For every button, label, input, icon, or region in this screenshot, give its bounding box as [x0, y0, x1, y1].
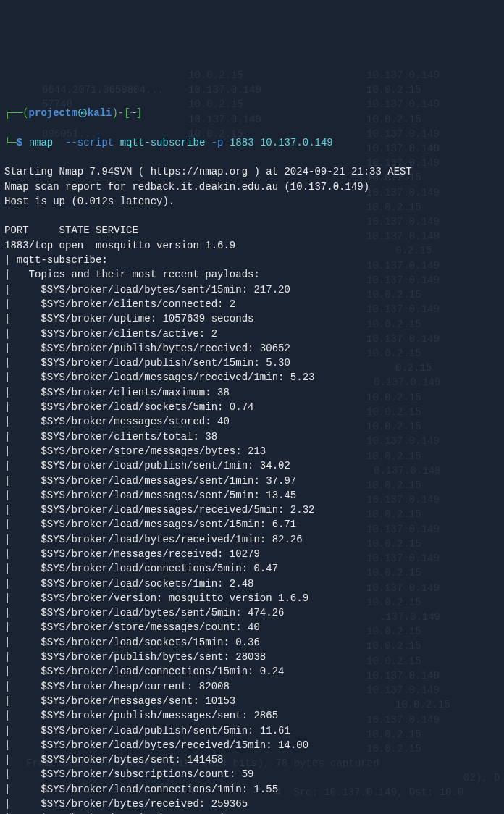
prompt-close-bracket: ] — [136, 107, 142, 119]
cmd-target: 10.137.0.149 — [260, 137, 333, 148]
topic-row: | $SYS/broker/load/messages/received/5mi… — [4, 503, 500, 517]
prompt-user: projectm — [29, 107, 77, 119]
topic-row: | $SYS/broker/load/bytes/sent/5min: 474.… — [4, 605, 500, 620]
topic-row: | $SYS/broker/store/messages/bytes: 213 — [4, 444, 500, 458]
topic-row: | $SYS/broker/subscriptions/count: 59 — [4, 767, 500, 781]
topic-row: | $SYS/broker/load/bytes/received/1min: … — [4, 532, 500, 547]
topic-rows: | $SYS/broker/load/bytes/sent/15min: 217… — [4, 282, 500, 814]
cmd-port: 1883 — [230, 137, 254, 148]
topic-row: | $SYS/broker/load/messages/sent/15min: … — [4, 517, 500, 532]
topic-row: | $SYS/broker/uptime: 1057639 seconds — [4, 311, 500, 326]
topic-row: | $SYS/broker/load/sockets/5min: 0.74 — [4, 400, 500, 414]
topic-row: | $SYS/broker/load/bytes/sent/15min: 217… — [4, 282, 500, 297]
cmd-opt-p: -p — [211, 137, 224, 148]
topic-row: | $SYS/broker/load/connections/15min: 0.… — [4, 664, 500, 679]
topic-row: | $SYS/broker/load/sockets/15min: 0.36 — [4, 635, 500, 650]
topic-row: | $SYS/broker/bytes/received: 259365 — [4, 797, 500, 811]
topic-row: | $SYS/broker/publish/bytes/sent: 28038 — [4, 650, 500, 664]
topic-row: | $SYS/broker/retained messages/count: 4… — [4, 811, 500, 814]
blank — [4, 210, 10, 222]
topic-row: | $SYS/broker/load/sockets/1min: 2.48 — [4, 576, 500, 591]
command-line[interactable]: └─$ nmap --script mqtt-subscribe -p 1883… — [4, 135, 500, 150]
prompt-line-1: ┌──(projectm㉿kali)-[~] — [4, 106, 500, 120]
topic-row: | $SYS/broker/clients/maximum: 38 — [4, 385, 500, 400]
out-start: Starting Nmap 7.94SVN ( https://nmap.org… — [4, 166, 412, 177]
topic-row: | $SYS/broker/load/publish/sent/5min: 11… — [4, 723, 500, 738]
topic-row: | $SYS/broker/publish/bytes/received: 30… — [4, 341, 500, 356]
topic-row: | $SYS/broker/bytes/sent: 141458 — [4, 752, 500, 767]
topic-row: | $SYS/broker/clients/active: 2 — [4, 327, 500, 341]
topic-row: | $SYS/broker/messages/stored: 40 — [4, 414, 500, 429]
topic-row: | $SYS/broker/load/messages/received/1mi… — [4, 370, 500, 385]
prompt-close-paren: )-[ — [112, 107, 130, 119]
topic-row: | $SYS/broker/store/messages/count: 40 — [4, 620, 500, 634]
out-report: Nmap scan report for redback.it.deakin.e… — [4, 181, 369, 193]
topic-row: | $SYS/broker/load/publish/sent/1min: 34… — [4, 458, 500, 473]
topic-row: | $SYS/broker/load/messages/sent/1min: 3… — [4, 474, 500, 488]
terminal[interactable]: ┌──(projectm㉿kali)-[~] └─$ nmap --script… — [4, 91, 500, 814]
topic-row: | $SYS/broker/heap/current: 82008 — [4, 679, 500, 694]
topic-row: | $SYS/broker/clients/connected: 2 — [4, 297, 500, 311]
topic-row: | $SYS/broker/load/publish/sent/15min: 5… — [4, 356, 500, 370]
out-scripthdr: | mqtt-subscribe: — [4, 254, 108, 266]
cmd-bin: nmap — [29, 137, 54, 148]
out-topichdr: | Topics and their most recent payloads: — [4, 269, 260, 280]
topic-row: | $SYS/broker/clients/total: 38 — [4, 429, 500, 444]
topic-row: | $SYS/broker/load/connections/1min: 1.5… — [4, 782, 500, 797]
topic-row: | $SYS/broker/version: mosquitto version… — [4, 591, 500, 605]
out-hdr: PORT STATE SERVICE — [4, 225, 138, 236]
cmd-opt-script: --script — [65, 137, 114, 148]
cmd-script: mqtt-subscribe — [120, 137, 206, 148]
topic-row: | $SYS/broker/publish/messages/sent: 286… — [4, 708, 500, 723]
prompt-corner-bottom: └─ — [4, 137, 17, 148]
topic-row: | $SYS/broker/load/messages/sent/5min: 1… — [4, 488, 500, 503]
prompt-corner-top: ┌──( — [4, 107, 29, 119]
topic-row: | $SYS/broker/load/bytes/received/15min:… — [4, 738, 500, 752]
prompt-path: ~ — [130, 107, 136, 119]
topic-row: | $SYS/broker/messages/received: 10279 — [4, 547, 500, 561]
prompt-skull-icon: ㉿ — [77, 107, 88, 119]
bg-ghost-text: 10.137.0.149 — [366, 68, 440, 83]
prompt-symbol: $ — [17, 137, 22, 148]
out-host: Host is up (0.012s latency). — [4, 196, 175, 207]
bg-ghost-text: 10.0.2.15 — [188, 68, 243, 83]
prompt-host: kali — [88, 107, 112, 119]
out-port: 1883/tcp open mosquitto version 1.6.9 — [4, 240, 235, 251]
topic-row: | $SYS/broker/messages/sent: 10153 — [4, 694, 500, 708]
topic-row: | $SYS/broker/load/connections/5min: 0.4… — [4, 561, 500, 576]
